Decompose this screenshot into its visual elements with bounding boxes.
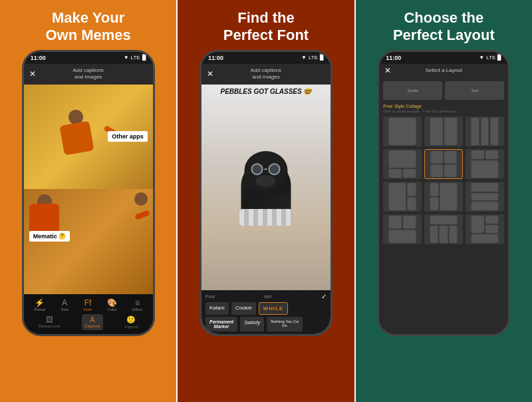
figmoji-tab-label: Figmoji — [125, 325, 138, 329]
status-icons-2: ▼ LTE ▉ — [301, 55, 324, 61]
svg-rect-25 — [389, 216, 402, 228]
tab-background[interactable]: 🖼 Background — [36, 314, 63, 330]
font-edit-label: ash — [264, 294, 271, 299]
font-option-while[interactable]: WHILE — [259, 302, 289, 315]
svg-rect-29 — [430, 226, 438, 243]
figmoji-tab-icon: 🙂 — [126, 315, 136, 324]
layout-preview-3 — [466, 117, 503, 146]
font-options-row2: Permanent Marker Satisfy Nothing You Ca … — [205, 317, 327, 331]
font-row-header: Font ash ✓ — [205, 293, 327, 300]
pug-figure — [236, 151, 296, 238]
panel-3-title: Choose thePerfect Layout — [393, 9, 495, 45]
layout-item-2-top-1-bottom[interactable] — [383, 214, 422, 244]
toolbar-effect[interactable]: ≡ Effect — [132, 298, 142, 311]
layout-quote[interactable]: Quote — [383, 81, 442, 100]
meme-img-text: PEBBLES GOT GLASSES 🤓 — [217, 88, 314, 96]
wifi-icon-2: ▼ — [301, 55, 307, 61]
svg-rect-22 — [471, 183, 499, 192]
layout-item-left-big[interactable] — [383, 182, 422, 212]
font-checkmark: ✓ — [321, 293, 327, 300]
bottom-toolbar-1: ⚡ Preset A Size Ff Font 🎨 Color — [24, 294, 153, 334]
svg-rect-9 — [431, 151, 443, 163]
font-option-cookie[interactable]: Cookie — [231, 302, 256, 315]
layout-preview-1 — [384, 117, 421, 146]
font-cookie-label: Cookie — [235, 305, 252, 311]
toolbar-preset[interactable]: ⚡ Preset — [34, 298, 45, 311]
svg-rect-23 — [471, 193, 499, 200]
phone-3-wrapper: 11:00 ▼ LTE ▉ ✕ Select a Layout Quot — [377, 50, 510, 402]
svg-rect-21 — [440, 183, 458, 210]
meme-top-label: Other apps — [108, 131, 148, 142]
svg-rect-30 — [440, 226, 448, 243]
panel-2-title: Find the Perfect Font — [223, 9, 309, 45]
layout-preview-8 — [425, 182, 462, 211]
svg-rect-12 — [444, 165, 456, 177]
drake-hand-yes — [134, 192, 148, 206]
layout-text[interactable]: Text — [445, 81, 504, 100]
preset-label: Preset — [34, 307, 45, 311]
layout-item-half-v[interactable] — [424, 116, 463, 146]
font-panel: Font ash ✓ Kalam Cookie — [201, 290, 331, 334]
font-option-satisfy[interactable]: Satisfy — [240, 317, 264, 331]
top-nav-1: ✕ Add captions and images — [24, 64, 153, 85]
close-button-1[interactable]: ✕ — [29, 69, 36, 79]
layout-item-single[interactable] — [383, 116, 422, 146]
freestyle-title: Free Style Collage — [383, 104, 504, 108]
pug-container — [201, 96, 331, 290]
layout-preview-11 — [425, 215, 462, 244]
top-nav-3: ✕ Select a Layout — [379, 64, 508, 77]
layout-preview-10 — [384, 215, 421, 244]
toolbar-color[interactable]: 🎨 Color — [107, 298, 117, 311]
tab-figmoji[interactable]: 🙂 Figmoji — [122, 314, 140, 330]
close-button-2[interactable]: ✕ — [207, 69, 213, 79]
top-nav-2: ✕ Add captions and images — [201, 64, 331, 85]
svg-rect-26 — [403, 216, 416, 228]
layout-preview-9 — [466, 182, 503, 211]
svg-rect-16 — [389, 183, 406, 210]
font-nothing-label: Nothing You Ca Do — [271, 319, 299, 327]
svg-rect-2 — [444, 118, 457, 145]
phone-1-content: Other apps Mematic 🤔 — [24, 85, 153, 294]
phone-2-content: PEBBLES GOT GLASSES 🤓 — [201, 85, 331, 334]
font-option-permanent[interactable]: Permanent Marker — [205, 317, 237, 331]
layout-item-bottom-big[interactable] — [466, 149, 504, 179]
layout-preview-12 — [466, 215, 503, 244]
svg-rect-7 — [389, 169, 402, 178]
effect-icon: ≡ — [135, 298, 140, 307]
battery-icon-2: ▉ — [320, 55, 324, 61]
svg-rect-1 — [430, 118, 443, 145]
pug-right-glass — [269, 163, 281, 175]
layout-item-mixed[interactable] — [424, 214, 463, 244]
svg-rect-34 — [485, 225, 498, 233]
layout-content: Quote Text Free Style Collage One or mor… — [379, 77, 508, 334]
color-icon: 🎨 — [107, 298, 117, 307]
status-bar-3: 11:00 ▼ LTE ▉ — [379, 52, 508, 64]
svg-rect-20 — [430, 198, 439, 210]
pug-snout — [256, 175, 276, 187]
layout-item-stacked-3[interactable] — [466, 182, 504, 212]
font-option-kalam[interactable]: Kalam — [205, 302, 229, 315]
layout-item-selected[interactable] — [424, 149, 463, 179]
panel-font: Find the Perfect Font 11:00 ▼ LTE ▉ ✕ Ad… — [176, 0, 355, 402]
layout-item-right-big[interactable] — [424, 182, 463, 212]
toolbar-size[interactable]: A Size — [61, 298, 68, 311]
font-while-label: WHILE — [263, 305, 284, 311]
toolbar-tabs-row: 🖼 Background A Captions 🙂 Figmoji — [27, 314, 150, 330]
background-tab-label: Background — [39, 324, 60, 328]
close-button-3[interactable]: ✕ — [384, 66, 391, 75]
font-content: PEBBLES GOT GLASSES 🤓 — [201, 85, 331, 334]
quote-label: Quote — [408, 89, 418, 93]
tab-captions[interactable]: A Captions — [82, 314, 103, 330]
toolbar-font[interactable]: Ff Font — [84, 298, 92, 311]
phone-1-wrapper: 11:00 ▼ LTE ▉ ✕ Add captions and images — [22, 50, 155, 402]
font-label-toolbar: Font — [84, 307, 92, 311]
font-option-nothing[interactable]: Nothing You Ca Do — [267, 317, 303, 331]
layout-item-top-big[interactable] — [383, 149, 422, 179]
text-label: Text — [471, 89, 478, 93]
layout-item-thirds-v[interactable] — [466, 116, 504, 146]
svg-rect-33 — [485, 216, 498, 224]
layout-item-complex[interactable] — [466, 214, 504, 244]
preset-icon: ⚡ — [35, 298, 45, 307]
lte-label-2: LTE — [309, 55, 318, 61]
svg-rect-24 — [471, 202, 499, 210]
